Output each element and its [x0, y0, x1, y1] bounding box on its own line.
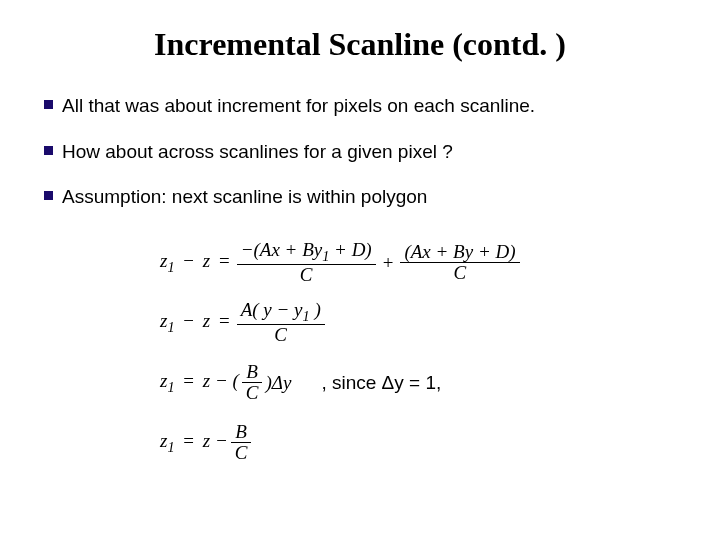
numerator: A( y − y1 )	[237, 300, 325, 325]
eq-text: z1 = z −	[160, 430, 228, 456]
equation-1: z1 − z = −(Ax + By1 + D) C + (Ax + By + …	[160, 240, 680, 286]
equation-3: z1 = z − ( B C )Δy , since Δy = 1,	[160, 360, 680, 406]
op-minus: −	[183, 310, 194, 331]
var: z	[203, 310, 210, 331]
numerator: B	[242, 362, 262, 384]
eq-text: z1 = z − (	[160, 370, 239, 396]
eq-text: −(Ax + By	[241, 239, 323, 260]
bullet-list: All that was about increment for pixels …	[44, 93, 680, 210]
equations-block: z1 − z = −(Ax + By1 + D) C + (Ax + By + …	[160, 240, 680, 466]
bullet-item: How about across scanlines for a given p…	[44, 139, 680, 165]
slide-title: Incremental Scanline (contd. )	[40, 26, 680, 63]
fraction: A( y − y1 ) C	[237, 300, 325, 346]
numerator: −(Ax + By1 + D)	[237, 240, 376, 265]
equation-4: z1 = z − B C	[160, 420, 680, 466]
eq-text: z −	[203, 430, 228, 451]
denominator: C	[242, 383, 263, 404]
denominator: C	[296, 265, 317, 286]
numerator: B	[231, 422, 251, 444]
fraction: (Ax + By + D) C	[400, 242, 519, 285]
denominator: C	[231, 443, 252, 464]
eq-text: A( y − y	[241, 299, 303, 320]
op-eq: =	[183, 370, 194, 391]
eq-text: )	[310, 299, 321, 320]
eq-text: z1 − z =	[160, 310, 234, 336]
op-minus: −	[183, 250, 194, 271]
eq-text: + D)	[329, 239, 371, 260]
var: z	[203, 250, 210, 271]
subscript: 1	[167, 379, 174, 395]
eq-text: z1 − z =	[160, 250, 234, 276]
slide: Incremental Scanline (contd. ) All that …	[0, 0, 720, 540]
denominator: C	[450, 263, 471, 284]
bullet-item: Assumption: next scanline is within poly…	[44, 184, 680, 210]
eq-text: z − (	[203, 370, 239, 391]
fraction: B C	[242, 362, 263, 405]
fraction: −(Ax + By1 + D) C	[237, 240, 376, 286]
subscript: 1	[303, 308, 310, 324]
subscript: 1	[167, 259, 174, 275]
numerator: (Ax + By + D)	[400, 242, 519, 264]
bullet-item: All that was about increment for pixels …	[44, 93, 680, 119]
denominator: C	[270, 325, 291, 346]
fraction: B C	[231, 422, 252, 465]
equation-annotation: , since Δy = 1,	[321, 372, 441, 394]
op-eq: =	[219, 250, 230, 271]
eq-text: )Δy	[265, 372, 291, 394]
subscript: 1	[167, 439, 174, 455]
op-plus: +	[383, 252, 394, 274]
op-eq: =	[219, 310, 230, 331]
subscript: 1	[167, 319, 174, 335]
op-eq: =	[183, 430, 194, 451]
equation-2: z1 − z = A( y − y1 ) C	[160, 300, 680, 346]
